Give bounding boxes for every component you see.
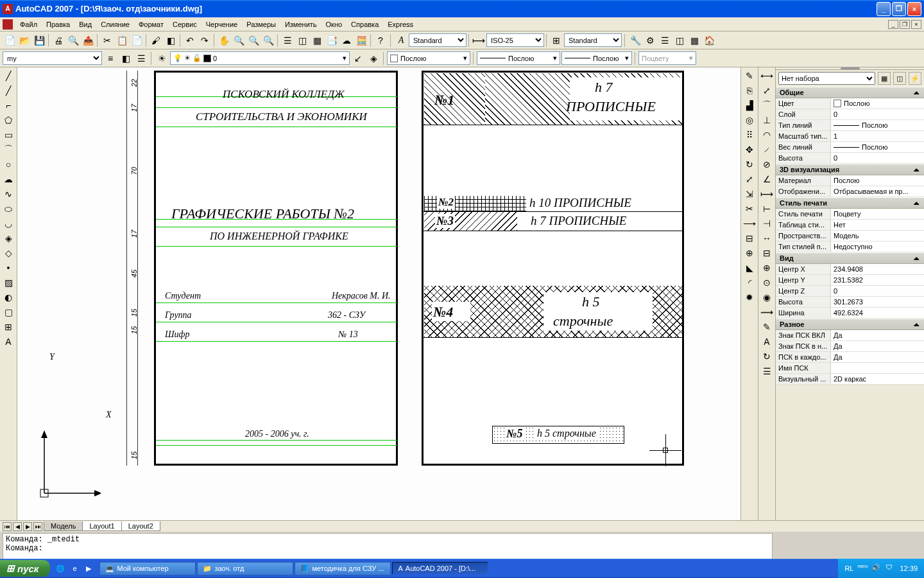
task-mycomputer[interactable]: 💻Мой компьютер	[99, 562, 196, 575]
section-general[interactable]: Общие⏶	[776, 87, 924, 98]
lang-indicator[interactable]: RL	[844, 565, 853, 572]
dimstyle-icon[interactable]: ☰	[760, 364, 774, 378]
spline-icon[interactable]: ∿	[1, 187, 15, 201]
prop-ucs-per-viewport[interactable]: ПСК в каждо...Да	[776, 352, 924, 363]
array-icon[interactable]: ⠿	[742, 128, 757, 142]
menu-format[interactable]: Формат	[134, 19, 168, 30]
prop-thickness[interactable]: Высота0	[776, 153, 924, 164]
cut-icon[interactable]: ✂	[100, 33, 114, 48]
prop-height[interactable]: Высота301.2673	[776, 297, 924, 308]
line-icon[interactable]: ╱	[1, 69, 15, 83]
table-icon[interactable]: ⊞	[1, 320, 15, 334]
menu-dimension[interactable]: Размеры	[242, 19, 280, 30]
prop-color[interactable]: ЦветПослою	[776, 98, 924, 109]
quickcalc-icon[interactable]: 🧮	[354, 33, 368, 48]
arc-icon[interactable]: ⌒	[1, 143, 15, 157]
pan-icon[interactable]: ✋	[217, 33, 231, 48]
layer-props-icon[interactable]: ☀	[155, 51, 169, 66]
dimangular-icon[interactable]: ∠	[760, 172, 774, 186]
workspace-icon[interactable]: 🔧	[628, 33, 642, 48]
plotstyle-dropdown[interactable]: Поцвету ▾	[638, 51, 696, 65]
clock[interactable]: 12:39	[900, 565, 918, 572]
prop-visual-style[interactable]: Визуальный ...2D каркас	[776, 374, 924, 385]
color-dropdown[interactable]: Послою ▾	[387, 51, 470, 65]
workspace5-icon[interactable]: ▦	[687, 33, 701, 48]
menu-draw[interactable]: Черчение	[201, 19, 243, 30]
workspace4-icon[interactable]: ◫	[672, 33, 687, 48]
pline-icon[interactable]: ⌐	[1, 98, 15, 112]
prop-layer[interactable]: Слой0	[776, 109, 924, 120]
mdi-close[interactable]: ×	[911, 20, 921, 29]
zoom-realtime-icon[interactable]: 🔍	[232, 33, 246, 48]
dimordinate-icon[interactable]: ⊥	[760, 113, 774, 127]
copy-obj-icon[interactable]: ⎘	[742, 83, 757, 98]
zoom-previous-icon[interactable]: 🔍	[261, 33, 275, 48]
block-edit-icon[interactable]: ◧	[164, 33, 178, 48]
plot-preview-icon[interactable]: 🔍	[66, 33, 80, 48]
menu-tools[interactable]: Сервис	[168, 19, 201, 30]
tab-last-icon[interactable]: ⏭	[33, 522, 42, 531]
move-icon[interactable]: ✥	[742, 143, 757, 157]
section-3d[interactable]: 3D визуализация⏶	[776, 164, 924, 175]
layer-prev-icon[interactable]: ≡	[103, 51, 117, 66]
layer-manager-icon[interactable]: ☰	[134, 51, 148, 66]
dimcontinue-icon[interactable]: ⊣	[760, 216, 774, 231]
scale-icon[interactable]: ⤢	[742, 172, 757, 186]
diminspect-icon[interactable]: ◉	[760, 290, 774, 304]
lineweight-dropdown[interactable]: Послою ▾	[561, 51, 632, 65]
ellipse-arc-icon[interactable]: ◡	[1, 216, 15, 231]
ql-media-icon[interactable]: ▶	[82, 562, 95, 575]
new-icon[interactable]: 📄	[3, 33, 17, 48]
tab-prev-icon[interactable]: ◀	[13, 522, 22, 531]
erase-icon[interactable]: ✎	[742, 69, 757, 83]
maximize-button[interactable]: ❐	[892, 2, 906, 16]
gradient-icon[interactable]: ◐	[1, 290, 15, 304]
rectangle-icon[interactable]: ▭	[1, 128, 15, 142]
trim-icon[interactable]: ✂	[742, 202, 757, 216]
tab-next-icon[interactable]: ▶	[23, 522, 32, 531]
prop-centerx[interactable]: Центр X234.9408	[776, 264, 924, 275]
layer-filter-dropdown[interactable]: my	[3, 51, 102, 65]
tool-palettes-icon[interactable]: ▦	[310, 33, 324, 48]
tab-layout2[interactable]: Layout2	[121, 521, 160, 531]
menu-modify[interactable]: Изменить	[280, 19, 321, 30]
redo-icon[interactable]: ↷	[198, 33, 212, 48]
dimradius-icon[interactable]: ◠	[760, 128, 774, 142]
table-style-dropdown[interactable]: Standard	[564, 33, 622, 47]
circle-icon[interactable]: ○	[1, 157, 15, 171]
stretch-icon[interactable]: ⇲	[742, 187, 757, 201]
plot-icon[interactable]: 🖨	[51, 33, 65, 48]
menu-edit[interactable]: Правка	[42, 19, 74, 30]
extend-icon[interactable]: ⟶	[742, 216, 757, 231]
section-view[interactable]: Вид⏶	[776, 252, 924, 264]
qdim-icon[interactable]: ⟼	[760, 187, 774, 201]
drawing-area[interactable]: 22 17 70 17 45 15 15 15 ПСКОВСКИЙ КОЛЛЕД…	[17, 67, 740, 520]
dimjogged-icon[interactable]: ⟋	[760, 143, 774, 157]
menu-file[interactable]: Файл	[15, 19, 42, 30]
ql-ie-icon[interactable]: e	[68, 562, 81, 575]
close-button[interactable]: ×	[907, 2, 921, 16]
prop-material[interactable]: МатериалПослою	[776, 175, 924, 186]
prop-plottable[interactable]: Таблица сти...Нет	[776, 220, 924, 231]
workspace6-icon[interactable]: 🏠	[702, 33, 716, 48]
help-icon[interactable]: ?	[373, 33, 388, 48]
menu-view[interactable]: Вид	[74, 19, 96, 30]
publish-icon[interactable]: 📤	[81, 33, 95, 48]
prop-ucsicon-on[interactable]: Знак ПСК ВКЛДа	[776, 330, 924, 341]
prop-ucs-name[interactable]: Имя ПСК	[776, 363, 924, 374]
join-icon[interactable]: ⊕	[742, 246, 757, 260]
section-plot[interactable]: Стиль печати⏶	[776, 197, 924, 209]
point-icon[interactable]: •	[1, 261, 15, 275]
nero-icon[interactable]: nero	[857, 563, 868, 574]
region-icon[interactable]: ▢	[1, 305, 15, 319]
dimtedit-icon[interactable]: A	[760, 335, 774, 349]
offset-icon[interactable]: ◎	[742, 113, 757, 127]
sheet-set-icon[interactable]: 📑	[325, 33, 339, 48]
tray-icon2[interactable]: 🛡	[886, 563, 896, 574]
select-objects-icon[interactable]: ◫	[893, 72, 906, 85]
tab-model[interactable]: Модель	[44, 521, 83, 531]
markup-icon[interactable]: ☁	[339, 33, 354, 48]
prop-plotspace[interactable]: Пространств...Модель	[776, 231, 924, 241]
dim-style-icon[interactable]: ⟼	[472, 33, 486, 48]
dimlinear-icon[interactable]: ⟷	[760, 69, 774, 83]
